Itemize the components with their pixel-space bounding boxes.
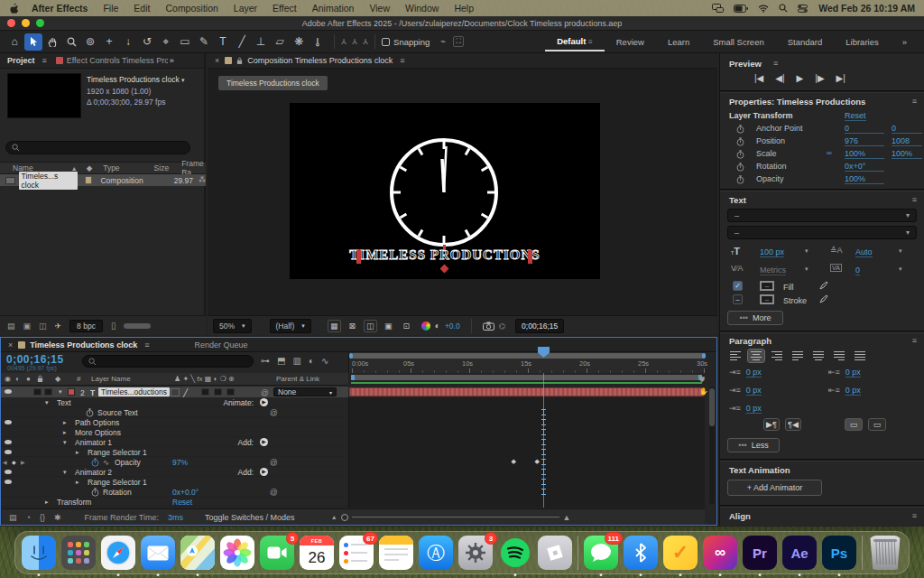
eye-icon[interactable] — [5, 470, 12, 474]
space-after-field[interactable]: ⇤≡0 px — [828, 386, 861, 395]
column-hash[interactable]: # — [77, 375, 80, 383]
text-selection-handle-right[interactable] — [528, 250, 532, 264]
zoom-fit-icon[interactable]: ⛶ — [453, 36, 464, 47]
expand-in-out-icon[interactable]: {} — [40, 513, 45, 522]
paragraph-panel-menu-icon[interactable]: ≡ — [912, 336, 917, 345]
title-action-safe-icon[interactable]: ⊡ — [400, 320, 413, 332]
menu-animation[interactable]: Animation — [312, 3, 355, 14]
add-animator-button[interactable]: + Add Animator — [727, 480, 822, 496]
snap-options-icon[interactable]: ⌁ — [440, 36, 446, 47]
hand-tool[interactable] — [43, 33, 61, 51]
trash-icon[interactable]: ▯ — [111, 321, 116, 331]
last-frame-button[interactable]: ▶| — [836, 73, 845, 83]
exposure-value[interactable]: +0.0 — [445, 322, 460, 331]
dock-bluetooth[interactable] — [624, 536, 658, 570]
first-frame-button[interactable]: |◀ — [754, 73, 763, 83]
new-folder-icon[interactable]: ▣ — [23, 322, 32, 331]
label-column-icon[interactable]: ◆ — [55, 375, 60, 383]
graph-editor-icon[interactable]: ∿ — [321, 356, 328, 366]
view-axis-icon[interactable]: Y — [363, 37, 368, 46]
text-more-button[interactable]: •••More — [727, 311, 783, 325]
control-center-icon[interactable] — [798, 5, 808, 13]
window-title-bar[interactable]: Adobe After Effects 2025 - /Users/zulaip… — [0, 16, 924, 31]
menu-bar-clock[interactable]: Wed Feb 26 10:19 AM — [818, 3, 915, 14]
eye-column-icon[interactable]: ◉ — [5, 375, 11, 383]
dock-settings[interactable]: 3 — [458, 536, 493, 570]
align-right-button[interactable] — [769, 350, 785, 362]
dock-roblox[interactable] — [538, 536, 572, 570]
workspace-small-screen[interactable]: Small Screen — [701, 33, 776, 51]
text-handle-top[interactable] — [443, 245, 446, 249]
screen-mirroring-icon[interactable] — [712, 4, 724, 13]
menu-after-effects[interactable]: After Effects — [32, 3, 88, 14]
workspace-learn[interactable]: Learn — [656, 33, 701, 51]
menu-layer[interactable]: Layer — [234, 3, 257, 14]
magnification-dropdown[interactable]: 50%▾ — [213, 319, 252, 333]
home-tool[interactable]: ⌂ — [5, 33, 23, 51]
timeline-panel-menu-icon[interactable]: ≡ — [144, 340, 149, 350]
property-value[interactable]: 0 — [892, 124, 922, 134]
pickwhip-icon[interactable]: @ — [270, 458, 278, 467]
puppet-pin-tool[interactable]: ⊸ — [310, 33, 327, 51]
eye-icon[interactable] — [5, 450, 12, 454]
tab-render-queue[interactable]: Render Queue — [194, 340, 247, 350]
twirl-icon[interactable]: ▸ — [45, 499, 49, 506]
dock-mail[interactable] — [141, 536, 175, 570]
dock-calendar[interactable]: FEB26 — [300, 536, 334, 570]
dock-creative-cloud[interactable]: ∞ — [703, 536, 737, 570]
composition-canvas[interactable]: TIMELESS PRODUCTIONS — [290, 103, 600, 279]
tracking-value[interactable]: 0 — [855, 266, 860, 275]
add-property-button[interactable]: ▶ — [260, 398, 268, 406]
paragraph-panel-title[interactable]: Paragraph — [729, 336, 772, 346]
timeline-zoom-slider[interactable]: ▲ ▲ — [331, 513, 571, 522]
fill-eyedropper-icon[interactable] — [819, 281, 828, 290]
comp-thumbnail[interactable] — [7, 73, 81, 118]
layer-name[interactable]: Timeles...oductions — [98, 387, 170, 396]
dock-photoshop[interactable]: Ps — [822, 536, 856, 570]
viewer-panel-menu-icon[interactable]: ≡ — [400, 56, 404, 65]
preview-panel-title[interactable]: Preview — [729, 59, 762, 69]
stopwatch-icon[interactable] — [91, 458, 99, 467]
work-area-start-handle[interactable] — [351, 375, 355, 380]
stroke-checkbox[interactable]: – — [733, 294, 743, 304]
dock-spotify[interactable] — [498, 536, 532, 570]
align-panel-menu-icon[interactable]: ≡ — [912, 511, 917, 520]
properties-panel-title[interactable]: Properties: Timeless Productions — [729, 97, 865, 107]
stroke-color-swatch[interactable]: – — [760, 294, 774, 304]
bit-depth-button[interactable]: 8 bpc — [69, 320, 103, 332]
dock-finder[interactable] — [22, 536, 56, 570]
lock-column-icon[interactable] — [37, 375, 43, 383]
property-value[interactable]: 0 — [845, 124, 884, 134]
snapping-checkbox[interactable] — [382, 38, 390, 46]
tab-effect-controls[interactable]: Effect Controls Timeless Production — [67, 56, 168, 65]
indent-right-field[interactable]: ⇤≡0 px — [828, 368, 861, 377]
property-value[interactable]: 0x+0° — [845, 162, 884, 172]
expand-render-time-icon[interactable]: ✱ — [54, 513, 61, 522]
tab-composition-viewer[interactable]: Composition Timeless Productions clock — [247, 56, 393, 65]
stroke-eyedropper-icon[interactable] — [819, 294, 828, 303]
chevron-down-icon[interactable]: ▾ — [805, 247, 808, 255]
pan-behind-tool[interactable]: ⌖ — [157, 33, 175, 51]
layer-transform-section[interactable]: Layer Transform — [729, 111, 793, 120]
layer-duration-bar[interactable] — [349, 387, 704, 396]
comp-marker-icon[interactable]: ⛊ — [699, 376, 708, 385]
local-axis-icon[interactable]: Y — [341, 37, 346, 46]
dock-maps[interactable] — [180, 536, 215, 570]
text-panel-menu-icon[interactable]: ≡ — [912, 195, 917, 204]
grid-guides-icon[interactable]: ▦ — [328, 320, 341, 332]
font-family-dropdown[interactable]: –▾ — [727, 209, 917, 222]
timeline-row-more-options[interactable]: ▸More Options — [1, 427, 348, 437]
draft-3d-icon[interactable]: ⬒ — [277, 356, 285, 366]
battery-icon[interactable] — [734, 5, 748, 13]
timeline-row-rotation[interactable]: Rotation0x+0.0°@ — [1, 487, 348, 497]
dock-app-store[interactable]: Ⓐ — [419, 536, 453, 570]
close-panel-icon[interactable]: × — [8, 340, 13, 350]
dock-notes[interactable] — [379, 536, 413, 570]
project-scrollbar[interactable] — [124, 323, 151, 329]
add-property-button[interactable]: ▶ — [260, 438, 268, 446]
eye-icon[interactable] — [5, 420, 12, 424]
row-label[interactable]: More Options — [75, 428, 121, 437]
timeline-track-area[interactable] — [348, 397, 705, 508]
dock-launchpad[interactable] — [61, 536, 96, 570]
stopwatch-icon[interactable] — [736, 150, 744, 159]
